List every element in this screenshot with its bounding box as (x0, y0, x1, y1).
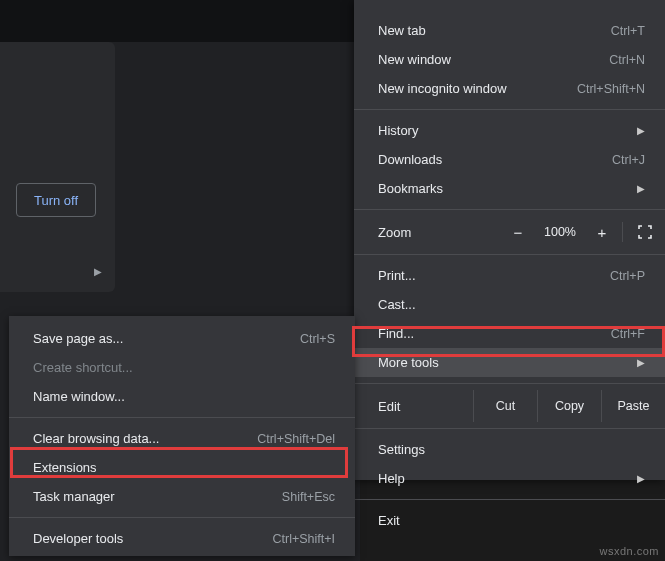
submenu-task-manager[interactable]: Task manager Shift+Esc (9, 482, 355, 511)
separator (354, 383, 665, 384)
menu-new-window[interactable]: New window Ctrl+N (354, 45, 665, 74)
menu-label: Print... (378, 268, 416, 283)
menu-print[interactable]: Print... Ctrl+P (354, 261, 665, 290)
main-menu: New tab Ctrl+T New window Ctrl+N New inc… (354, 0, 665, 480)
separator (622, 222, 623, 242)
copy-button[interactable]: Copy (537, 390, 601, 422)
menu-label: Developer tools (33, 531, 123, 546)
menu-shortcut: Ctrl+Shift+Del (257, 432, 335, 446)
menu-shortcut: Ctrl+J (612, 153, 645, 167)
separator (354, 428, 665, 429)
menu-settings[interactable]: Settings (354, 435, 665, 464)
menu-shortcut: Ctrl+F (611, 327, 645, 341)
separator (354, 209, 665, 210)
menu-shortcut: Ctrl+T (611, 24, 645, 38)
menu-shortcut: Ctrl+N (609, 53, 645, 67)
chevron-right-icon: ▶ (637, 357, 645, 368)
menu-label: Settings (378, 442, 425, 457)
menu-label: Bookmarks (378, 181, 443, 196)
menu-shortcut: Ctrl+P (610, 269, 645, 283)
turn-off-button[interactable]: Turn off (16, 183, 96, 217)
app-topbar (0, 0, 360, 42)
menu-label: Save page as... (33, 331, 123, 346)
menu-bookmarks[interactable]: Bookmarks ▶ (354, 174, 665, 203)
separator (354, 254, 665, 255)
menu-new-tab[interactable]: New tab Ctrl+T (354, 16, 665, 45)
zoom-out-button[interactable]: − (500, 224, 536, 241)
menu-label: Exit (378, 513, 400, 528)
menu-shortcut: Ctrl+Shift+N (577, 82, 645, 96)
submenu-create-shortcut: Create shortcut... (9, 353, 355, 382)
menu-label: Extensions (33, 460, 97, 475)
menu-downloads[interactable]: Downloads Ctrl+J (354, 145, 665, 174)
zoom-value: 100% (536, 225, 584, 239)
menu-shortcut: Shift+Esc (282, 490, 335, 504)
fullscreen-icon[interactable] (625, 225, 665, 239)
menu-label: Find... (378, 326, 414, 341)
paste-button[interactable]: Paste (601, 390, 665, 422)
menu-label: Help (378, 471, 405, 486)
menu-help[interactable]: Help ▶ (354, 464, 665, 493)
menu-shortcut: Ctrl+Shift+I (272, 532, 335, 546)
menu-label: New incognito window (378, 81, 507, 96)
menu-label: More tools (378, 355, 439, 370)
separator (9, 417, 355, 418)
menu-zoom: Zoom − 100% + (354, 216, 665, 248)
menu-label: Create shortcut... (33, 360, 133, 375)
watermark: wsxdn.com (599, 545, 659, 557)
menu-edit: Edit Cut Copy Paste (354, 390, 665, 422)
menu-label: Clear browsing data... (33, 431, 159, 446)
chevron-right-icon: ▶ (94, 266, 102, 277)
menu-label: New tab (378, 23, 426, 38)
menu-label: Downloads (378, 152, 442, 167)
menu-find[interactable]: Find... Ctrl+F (354, 319, 665, 348)
submenu-extensions[interactable]: Extensions (9, 453, 355, 482)
menu-exit[interactable]: Exit (354, 506, 665, 535)
edit-label: Edit (378, 399, 473, 414)
submenu-developer-tools[interactable]: Developer tools Ctrl+Shift+I (9, 524, 355, 553)
chevron-right-icon: ▶ (637, 183, 645, 194)
menu-cast[interactable]: Cast... (354, 290, 665, 319)
submenu-name-window[interactable]: Name window... (9, 382, 355, 411)
menu-history[interactable]: History ▶ (354, 116, 665, 145)
menu-label: History (378, 123, 418, 138)
more-tools-submenu: Save page as... Ctrl+S Create shortcut..… (9, 316, 355, 556)
chevron-right-icon: ▶ (637, 473, 645, 484)
separator (9, 517, 355, 518)
zoom-in-button[interactable]: + (584, 224, 620, 241)
separator (354, 499, 665, 500)
chevron-right-icon: ▶ (637, 125, 645, 136)
menu-new-incognito[interactable]: New incognito window Ctrl+Shift+N (354, 74, 665, 103)
submenu-save-page[interactable]: Save page as... Ctrl+S (9, 324, 355, 353)
submenu-clear-browsing[interactable]: Clear browsing data... Ctrl+Shift+Del (9, 424, 355, 453)
menu-label: Cast... (378, 297, 416, 312)
menu-more-tools[interactable]: More tools ▶ (354, 348, 665, 377)
menu-shortcut: Ctrl+S (300, 332, 335, 346)
cut-button[interactable]: Cut (473, 390, 537, 422)
zoom-label: Zoom (378, 225, 500, 240)
menu-label: Name window... (33, 389, 125, 404)
separator (354, 109, 665, 110)
menu-label: Task manager (33, 489, 115, 504)
side-panel (0, 42, 115, 292)
menu-label: New window (378, 52, 451, 67)
